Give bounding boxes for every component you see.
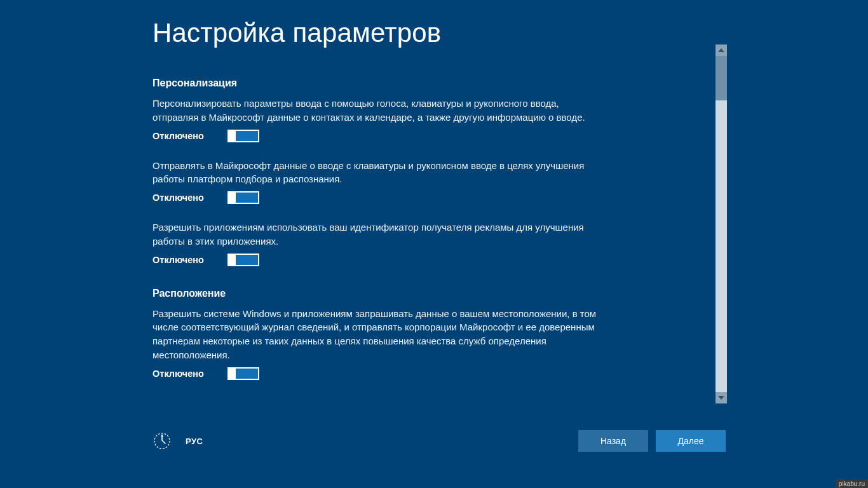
section-heading-personalization: Персонализация <box>153 78 724 89</box>
page-title: Настройка параметров <box>153 18 724 48</box>
setting-description: Персонализировать параметры ввода с помо… <box>153 97 597 125</box>
toggle-knob <box>228 130 236 142</box>
footer-right: Назад Далее <box>578 430 726 452</box>
chevron-down-icon <box>718 396 724 400</box>
toggle-state-label: Отключено <box>153 255 216 265</box>
next-button[interactable]: Далее <box>656 430 726 452</box>
toggle-location[interactable] <box>227 367 259 380</box>
toggle-advertising-id[interactable] <box>227 254 259 266</box>
toggle-row: Отключено <box>153 191 597 204</box>
svg-marker-1 <box>161 434 163 437</box>
content-area: Настройка параметров Персонализация Перс… <box>153 32 724 407</box>
footer-left: РУС <box>153 431 203 451</box>
vertical-scrollbar[interactable] <box>715 44 727 403</box>
toggle-state-label: Отключено <box>153 369 216 379</box>
ease-of-access-icon <box>153 431 172 451</box>
setting-description: Отправлять в Майкрософт данные о вводе с… <box>153 159 597 187</box>
toggle-knob <box>228 192 236 203</box>
scroll-down-button[interactable] <box>715 392 727 403</box>
toggle-state-label: Отключено <box>153 193 216 203</box>
ease-of-access-button[interactable] <box>153 431 172 451</box>
setting-description: Разрешить приложениям использовать ваш и… <box>153 220 597 248</box>
toggle-row: Отключено <box>153 130 597 142</box>
setting-block: Отправлять в Майкрософт данные о вводе с… <box>153 159 597 205</box>
watermark: pikabu.ru <box>836 480 868 488</box>
chevron-up-icon <box>718 48 724 52</box>
back-button[interactable]: Назад <box>578 430 648 452</box>
toggle-knob <box>228 368 236 379</box>
language-indicator[interactable]: РУС <box>186 437 203 446</box>
scroll-thumb[interactable] <box>715 56 727 100</box>
toggle-row: Отключено <box>153 367 597 380</box>
setting-block: Разрешить приложениям использовать ваш и… <box>153 220 597 266</box>
scroll-track[interactable] <box>715 56 727 392</box>
toggle-knob <box>228 254 236 266</box>
section-personalization: Персонализация Персонализировать парамет… <box>153 78 724 266</box>
setting-block: Разрешить системе Windows и приложениям … <box>153 307 597 380</box>
toggle-row: Отключено <box>153 254 597 266</box>
section-location: Расположение Разрешить системе Windows и… <box>153 288 724 380</box>
footer-bar: РУС Назад Далее <box>153 428 726 454</box>
toggle-send-typing-data[interactable] <box>227 191 259 204</box>
toggle-personalization-input[interactable] <box>227 130 259 142</box>
oobe-settings-screen: Настройка параметров Персонализация Перс… <box>0 0 868 488</box>
setting-block: Персонализировать параметры ввода с помо… <box>153 97 597 142</box>
toggle-state-label: Отключено <box>153 131 216 141</box>
scroll-up-button[interactable] <box>715 44 727 56</box>
setting-description: Разрешить системе Windows и приложениям … <box>153 307 597 362</box>
section-heading-location: Расположение <box>153 288 724 299</box>
